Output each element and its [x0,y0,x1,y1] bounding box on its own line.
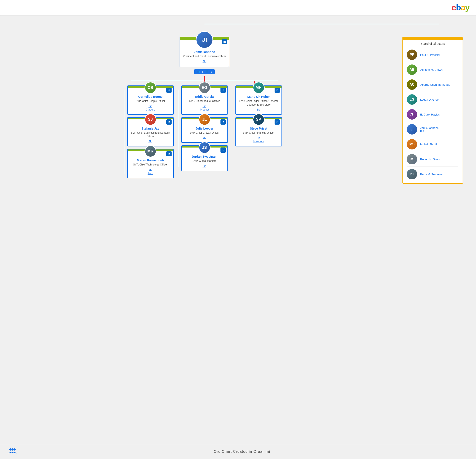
eg-title: SVP, Chief Product Officer [182,99,227,103]
jl-linkedin[interactable]: in [221,119,226,125]
board-member-6: MS Mohak Shroff [403,137,463,152]
mr-tech-link[interactable]: Tech [128,172,173,175]
mh-name: Marie Oh Huber [236,95,281,98]
mr-bio-link[interactable]: Bio [128,168,173,171]
main-content: JI in Jamie Iannone President and Chief … [0,15,476,192]
col-mid: EG in Eddie Garcia SVP, Chief Product Of… [181,85,228,171]
board-avatar-2: AC [406,79,417,90]
mh-linkedin[interactable]: in [275,88,280,93]
board-avatar-7: RS [406,154,417,165]
mr-avatar: MR [144,145,156,157]
col-right: MH in Marie Oh Huber SVP, Chief Legal Of… [235,85,282,146]
board-name-4: E. Carol Hayles [420,113,440,116]
sj-linkedin[interactable]: in [166,119,171,125]
sp-bio-link[interactable]: Bio [236,136,281,140]
cb-careers-link[interactable]: Careers [128,108,173,111]
board-section: Board of Directors PP Paul S. Pressler A… [402,24,463,184]
board-avatar-6: MS [406,139,417,150]
col-mid-bracket [179,90,179,167]
eg-bio-link[interactable]: Bio [182,105,227,108]
ceo-card: JI in Jamie Iannone President and Chief … [179,37,229,67]
logo-e: e [451,3,456,12]
board-member-3: LG Logan D. Green [403,92,463,107]
person-count: 8 [211,70,212,73]
count-badge-row: 👥 8 👤 8 [194,69,215,74]
col-left: CB in Cornelius Boone SVP, Chief People … [127,85,174,178]
ceo-bio-link[interactable]: Bio [180,60,229,63]
mr-name: Mazen Rawashdeh [128,159,173,162]
sp-title: SVP, Chief Financial Officer [236,131,281,135]
card-julie: JL in Julie Loeger SVP, Chief Growth Off… [181,117,228,143]
js-bio-link[interactable]: Bio [182,165,227,168]
mh-title: SVP, Chief Legal Officer, General Counse… [236,99,281,107]
board-name-1: Adriane M. Brown [420,68,442,71]
reports-row: CB in Cornelius Boone SVP, Chief People … [127,85,282,178]
card-jordan: JS in Jordan Sweetnam SVP, Global Market… [181,145,228,171]
group-count: 8 [202,70,204,73]
board-avatar-4: CH [406,109,417,120]
sj-title: SVP, Chief Business and Strategy Officer [128,131,173,138]
logo-a: a [461,3,465,12]
board-member-0: PP Paul S. Pressler [403,47,463,62]
card-cornelius: CB in Cornelius Boone SVP, Chief People … [127,85,174,115]
mr-linkedin[interactable]: in [166,151,171,156]
board-top-bar [403,37,463,40]
ceo-section: JI in Jamie Iannone President and Chief … [13,24,396,178]
js-linkedin[interactable]: in [221,148,226,153]
svg-point-0 [9,448,11,451]
count-badge: 👥 8 👤 8 [194,69,215,74]
col-left-bracket [125,90,125,174]
eg-product-link[interactable]: Product [182,108,227,111]
cb-linkedin[interactable]: in [166,88,171,93]
ebay-logo: ebay [451,3,469,12]
board-name-2: Aparna Chennapragada [420,83,450,86]
board-name-8: Perry M. Traquina [420,173,442,176]
ceo-avatar: JI [196,31,213,49]
ceo-linkedin[interactable]: in [222,39,227,44]
sp-avatar: SP [253,114,265,125]
board-card: Board of Directors PP Paul S. Pressler A… [402,37,463,184]
board-avatar-1: AB [406,64,417,75]
mh-bio-link[interactable]: Bio [236,108,281,111]
board-name-5-text: Jamie Iannone [420,126,439,130]
board-title: Board of Directors [403,40,463,47]
ceo-name: Jamie Iannone [180,50,229,54]
board-member-1: AB Adriane M. Brown [403,62,463,77]
eg-linkedin[interactable]: in [221,88,226,93]
board-avatar-5: JI [406,124,417,135]
sp-investors-link[interactable]: Investors [236,140,281,143]
board-member-4: CH E. Carol Hayles [403,107,463,122]
js-avatar: JS [199,142,211,154]
ceo-v-line [204,76,205,81]
board-avatar-8: PT [406,168,417,180]
js-name: Jordan Sweetnam [182,155,227,158]
jl-title: SVP, Chief Growth Officer [182,131,227,135]
cb-bio-link[interactable]: Bio [128,105,173,108]
board-member-7: RS Robert H. Swan [403,152,463,167]
jl-avatar: JL [199,114,211,125]
group-icon: 👥 [197,70,200,73]
logo-y: y [465,3,469,12]
sj-bio-link[interactable]: Bio [128,140,173,143]
card-steve: SP in Steve Priest SVP, Chief Financial … [235,117,282,146]
js-title: SVP, Global Markets [182,159,227,163]
organimi-icon [9,448,17,456]
board-bio-5[interactable]: Bio [420,130,439,133]
cb-title: SVP, Chief People Officer [128,99,173,103]
eg-name: Eddie Garcia [182,95,227,98]
sj-avatar: SJ [144,114,156,125]
cb-name: Cornelius Boone [128,95,173,98]
footer: Org Chart Created in Organimi [0,444,476,459]
svg-point-1 [11,448,14,451]
jl-bio-link[interactable]: Bio [182,136,227,139]
eg-avatar: EG [199,82,211,94]
board-name-0: Paul S. Pressler [420,53,440,57]
board-name-7: Robert H. Swan [420,158,440,161]
cb-avatar: CB [144,82,156,94]
header: ebay [0,0,476,15]
card-eddie: EG in Eddie Garcia SVP, Chief Product Of… [181,85,228,115]
board-member-2: AC Aparna Chennapragada [403,77,463,92]
sp-linkedin[interactable]: in [275,119,280,125]
reports-h-line [131,81,278,81]
board-member-8: PT Perry M. Traquina [403,167,463,182]
